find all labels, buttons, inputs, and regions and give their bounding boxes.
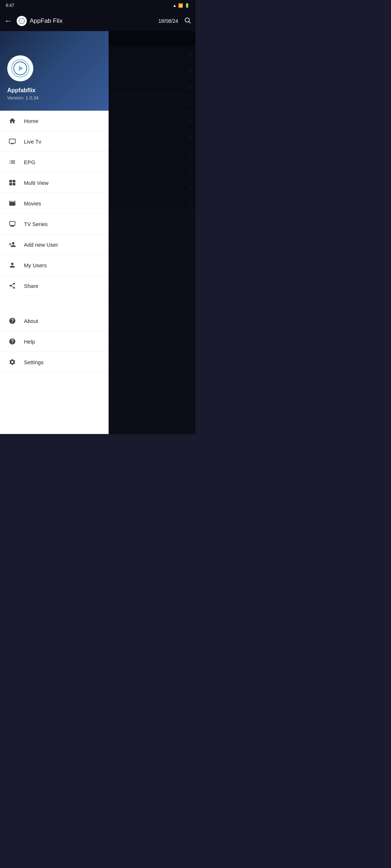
movie-icon: [7, 198, 17, 208]
drawer-item-label-movies: Movies: [24, 200, 41, 207]
share-icon: [7, 281, 17, 291]
drawer-menu: Home Live Tv EPG Multi View Movies TV Se…: [0, 111, 109, 434]
search-button[interactable]: [184, 17, 191, 26]
drawer-item-add-new-user[interactable]: Add new User: [0, 234, 109, 255]
svg-point-2: [185, 18, 189, 22]
svg-line-3: [189, 21, 191, 23]
drawer-app-version: Version: 1.0.34: [7, 95, 39, 101]
list-icon: [7, 157, 17, 167]
drawer-item-tv-series[interactable]: TV Series: [0, 214, 109, 234]
drawer-item-live-tv[interactable]: Live Tv: [0, 131, 109, 152]
drawer-item-label-live-tv: Live Tv: [24, 139, 41, 145]
tv-icon: [7, 136, 17, 146]
home-icon: [7, 116, 17, 126]
drawer-header: Appfabflix Version: 1.0.34: [0, 31, 109, 111]
drawer-item-label-tv-series: TV Series: [24, 221, 48, 227]
svg-rect-7: [9, 180, 12, 183]
drawer-app-name: Appfabflix: [7, 87, 35, 94]
status-bar: 6:47 ▲ 📶 🔋: [0, 0, 196, 11]
help-circle-icon: [7, 316, 17, 326]
monitor-icon: [7, 219, 17, 229]
app-bar: ← AppFab Flix 18/08/24: [0, 11, 196, 31]
drawer-item-label-epg: EPG: [24, 159, 35, 165]
drawer-item-label-home: Home: [24, 118, 38, 124]
settings-icon: [7, 357, 17, 367]
drawer-item-label-help: Help: [24, 339, 35, 345]
wifi-icon: ▲: [173, 3, 177, 8]
drawer-item-my-users[interactable]: My Users: [0, 255, 109, 276]
navigation-drawer: Appfabflix Version: 1.0.34 Home Live Tv …: [0, 31, 109, 434]
status-time: 6:47: [6, 3, 14, 8]
help-circle-icon: [7, 336, 17, 346]
drawer-item-label-about: About: [24, 318, 38, 324]
signal-icon: 📶: [178, 3, 183, 8]
svg-rect-10: [13, 183, 16, 186]
app-bar-date: 18/08/24: [159, 18, 178, 24]
drawer-spacer: [0, 296, 109, 311]
svg-rect-8: [13, 180, 16, 183]
svg-marker-1: [21, 20, 23, 22]
drawer-item-label-multi-view: Multi View: [24, 180, 49, 186]
drawer-item-settings[interactable]: Settings: [0, 352, 109, 373]
status-icons: ▲ 📶 🔋: [173, 3, 190, 8]
svg-rect-9: [9, 183, 12, 186]
drawer-app-logo: [7, 55, 33, 81]
drawer-item-label-my-users: My Users: [24, 262, 47, 268]
drawer-item-label-add-new-user: Add new User: [24, 242, 58, 248]
multiscreen-icon: [7, 178, 17, 188]
back-button[interactable]: ←: [4, 16, 12, 26]
drawer-item-movies[interactable]: Movies: [0, 193, 109, 214]
app-bar-title: AppFab Flix: [30, 17, 159, 25]
person-icon: [7, 260, 17, 270]
drawer-item-multi-view[interactable]: Multi View: [0, 173, 109, 193]
drawer-item-help[interactable]: Help: [0, 331, 109, 352]
battery-icon: 🔋: [185, 3, 190, 8]
drawer-item-about[interactable]: About: [0, 311, 109, 331]
app-logo: [17, 16, 27, 26]
drawer-item-share[interactable]: Share: [0, 276, 109, 296]
drawer-item-home[interactable]: Home: [0, 111, 109, 131]
person-add-icon: [7, 239, 17, 250]
drawer-item-label-share: Share: [24, 283, 38, 289]
drawer-item-label-settings: Settings: [24, 359, 43, 365]
drawer-item-epg[interactable]: EPG: [0, 152, 109, 173]
